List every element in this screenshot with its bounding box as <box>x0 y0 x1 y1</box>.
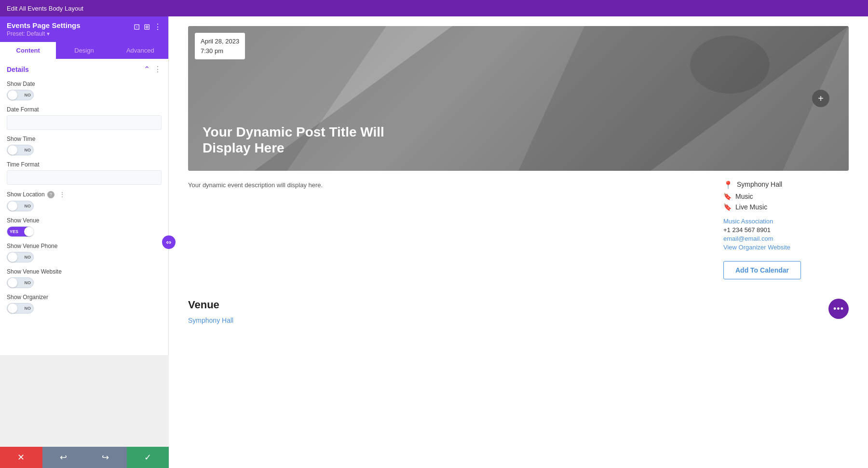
field-show-time: Show Time NO <box>0 133 168 158</box>
show-venue-website-label: Show Venue Website <box>7 268 162 275</box>
field-show-date: Show Date NO <box>0 78 168 103</box>
panel-header: Events Page Settings Preset: Default ▾ ⊡… <box>0 16 168 42</box>
event-time: 7:30 pm <box>201 46 239 56</box>
event-info-sidebar: 📍 Symphony Hall 🔖 Music 🔖 Live Music Mus… <box>723 180 849 279</box>
organizer-email-link[interactable]: email@email.com <box>723 235 849 242</box>
category-item-live-music: 🔖 Live Music <box>723 203 849 211</box>
event-body: Your dynamic event description will disp… <box>188 180 849 279</box>
hero-add-button[interactable]: + <box>812 90 829 107</box>
organizer-name-link[interactable]: Music Association <box>723 218 849 225</box>
show-location-label: Show Location ? ⋮ <box>7 191 162 198</box>
organizer-phone: +1 234 567 8901 <box>723 226 849 234</box>
venue-section-title: Venue <box>188 299 849 311</box>
tag-icon-music: 🔖 <box>723 193 732 200</box>
date-format-label: Date Format <box>7 106 162 113</box>
field-show-organizer: Show Organizer NO <box>0 291 168 317</box>
show-location-toggle[interactable]: NO <box>7 201 34 211</box>
organizer-info: Music Association +1 234 567 8901 email@… <box>723 218 849 251</box>
category-music: Music <box>735 193 753 200</box>
section-controls: ⌃ ⋮ <box>144 65 162 74</box>
event-description: Your dynamic event description will disp… <box>188 180 704 279</box>
venue-name-sidebar: Symphony Hall <box>737 180 782 188</box>
show-date-label: Show Date <box>7 81 162 87</box>
field-show-venue: Show Venue YES <box>0 214 168 240</box>
panel-title: Events Page Settings <box>7 21 81 29</box>
show-venue-website-toggle[interactable]: NO <box>7 277 34 288</box>
event-hero: April 28, 2023 7:30 pm Your Dynamic Post… <box>188 26 849 171</box>
tag-icon-live-music: 🔖 <box>723 203 732 211</box>
venue-name-link[interactable]: Symphony Hall <box>188 317 233 324</box>
show-venue-phone-label: Show Venue Phone <box>7 243 162 249</box>
event-date: April 28, 2023 <box>201 37 239 46</box>
location-menu-icon[interactable]: ⋮ <box>59 191 66 198</box>
dots-icon: ••• <box>833 304 844 314</box>
time-format-label: Time Format <box>7 161 162 168</box>
panel-resize-handle[interactable]: ⇔ <box>162 235 176 249</box>
add-to-calendar-button[interactable]: Add To Calendar <box>723 261 801 279</box>
details-section-header: Details ⌃ ⋮ <box>0 59 168 78</box>
preview-area: April 28, 2023 7:30 pm Your Dynamic Post… <box>169 16 868 468</box>
location-item-venue: 📍 Symphony Hall <box>723 180 849 190</box>
category-item-music: 🔖 Music <box>723 193 849 200</box>
field-date-format: Date Format <box>0 103 168 133</box>
show-time-label: Show Time <box>7 136 162 142</box>
chevron-down-icon[interactable]: ▾ <box>47 30 50 37</box>
responsive-icon[interactable]: ⊡ <box>134 22 140 31</box>
field-time-format: Time Format <box>0 158 168 188</box>
top-bar-title: Edit All Events Body Layout <box>7 5 83 12</box>
panel-content: Details ⌃ ⋮ Show Date NO <box>0 59 168 355</box>
show-venue-toggle[interactable]: YES <box>7 226 34 237</box>
pin-icon: 📍 <box>723 180 733 190</box>
section-collapse-icon[interactable]: ⌃ <box>144 65 150 74</box>
field-show-venue-phone: Show Venue Phone NO <box>0 240 168 265</box>
event-title-overlay: Your Dynamic Post Title Will Display Her… <box>203 124 395 156</box>
tabs-row: Content Design Advanced <box>0 42 168 59</box>
panel-header-icons: ⊡ ⊞ ⋮ <box>134 22 162 31</box>
field-show-venue-website: Show Venue Website NO <box>0 265 168 291</box>
details-section-title: Details <box>7 66 29 73</box>
tab-content[interactable]: Content <box>0 42 56 59</box>
show-organizer-label: Show Organizer <box>7 294 162 301</box>
floating-dots-button[interactable]: ••• <box>828 299 849 319</box>
organizer-website-link[interactable]: View Organizer Website <box>723 244 849 251</box>
tab-design[interactable]: Design <box>56 42 112 59</box>
field-show-location: Show Location ? ⋮ NO <box>0 188 168 214</box>
panel-preset: Preset: Default ▾ <box>7 30 81 37</box>
venue-section: Venue Symphony Hall ••• <box>188 299 849 325</box>
more-options-icon[interactable]: ⋮ <box>154 22 162 31</box>
section-menu-icon[interactable]: ⋮ <box>154 65 162 74</box>
show-time-toggle[interactable]: NO <box>7 145 34 155</box>
help-icon[interactable]: ? <box>47 191 54 198</box>
event-title: Your Dynamic Post Title Will Display Her… <box>203 124 384 156</box>
time-format-input[interactable] <box>7 170 162 185</box>
category-live-music: Live Music <box>735 203 767 211</box>
show-venue-phone-toggle[interactable]: NO <box>7 252 34 262</box>
tab-advanced[interactable]: Advanced <box>112 42 168 59</box>
date-badge: April 28, 2023 7:30 pm <box>195 33 245 59</box>
date-format-input[interactable] <box>7 115 162 130</box>
show-organizer-toggle[interactable]: NO <box>7 303 34 314</box>
show-date-toggle[interactable]: NO <box>7 90 34 100</box>
left-panel-wrapper: Events Page Settings Preset: Default ▾ ⊡… <box>0 16 169 468</box>
show-venue-label: Show Venue <box>7 217 162 224</box>
top-bar: Edit All Events Body Layout <box>0 0 868 16</box>
svg-point-2 <box>690 36 769 94</box>
layout-icon[interactable]: ⊞ <box>144 22 150 31</box>
left-panel: Events Page Settings Preset: Default ▾ ⊡… <box>0 16 169 355</box>
